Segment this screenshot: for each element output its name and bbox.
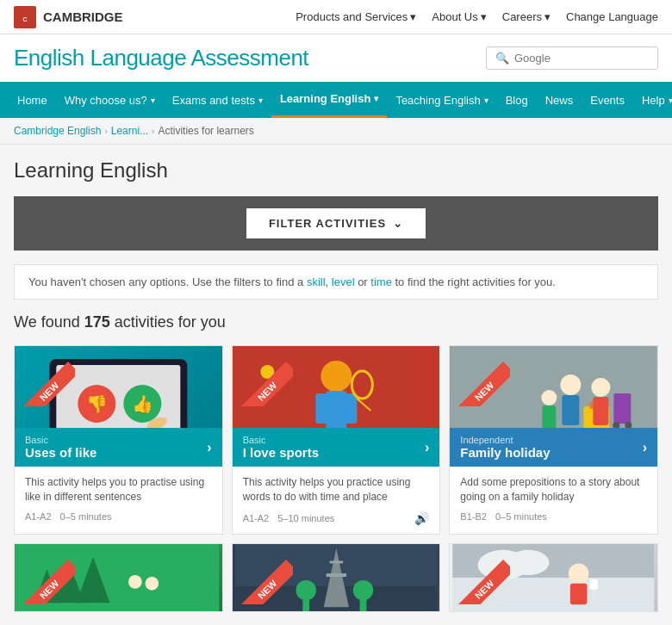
- card-time: 0–5 minutes: [60, 511, 112, 522]
- new-badge: NEW: [233, 346, 293, 406]
- top-nav-careers-label: Careers: [502, 10, 542, 23]
- nav-label-news: News: [545, 94, 574, 107]
- top-nav-language-label: Change Language: [566, 10, 658, 23]
- svg-point-10: [320, 361, 352, 392]
- logo[interactable]: C CAMBRIDGE: [14, 6, 123, 28]
- new-badge: NEW: [450, 346, 510, 406]
- svg-text:C: C: [22, 16, 27, 22]
- new-badge: NEW: [15, 346, 75, 406]
- filter-hint-skill-link[interactable]: skill: [307, 275, 326, 288]
- top-nav-about[interactable]: About Us ▾: [432, 10, 486, 23]
- search-bar[interactable]: 🔍: [486, 46, 658, 70]
- svg-text:👎: 👎: [86, 393, 108, 414]
- nav-item-why[interactable]: Why choose us? ▾: [56, 82, 164, 118]
- top-nav-products-label: Products and Services: [296, 10, 408, 23]
- nav-item-blog[interactable]: Blog: [497, 82, 537, 118]
- filter-hint: You haven't chosen any options. Use the …: [14, 264, 658, 300]
- svg-rect-41: [326, 573, 345, 577]
- new-badge: NEW: [450, 544, 510, 604]
- main-navigation: Home Why choose us? ▾ Exams and tests ▾ …: [0, 82, 672, 118]
- top-nav-language[interactable]: Change Language: [566, 10, 658, 23]
- top-nav-products[interactable]: Products and Services ▾: [296, 10, 416, 23]
- activity-card[interactable]: 👍 👎 NEW Basic Uses of like ›: [14, 345, 223, 535]
- breadcrumb-link-cambridge[interactable]: Cambridge English: [14, 125, 101, 137]
- svg-point-46: [352, 580, 372, 600]
- nav-item-home[interactable]: Home: [9, 82, 56, 118]
- card-level: Independent: [460, 435, 550, 445]
- search-input[interactable]: [514, 52, 652, 65]
- logo-text: CAMBRIDGE: [43, 9, 123, 24]
- svg-rect-52: [570, 583, 588, 603]
- card-arrow-icon: ›: [425, 440, 429, 455]
- page-heading: Learning English: [14, 158, 658, 183]
- card-image: NEW Basic I love sports ›: [233, 346, 440, 467]
- card-description: This activity helps you to practise usin…: [25, 475, 212, 504]
- chevron-down-icon: ▾: [669, 96, 672, 105]
- filter-hint-level-link[interactable]: level: [332, 275, 355, 288]
- top-nav-careers[interactable]: Careers ▾: [502, 10, 551, 23]
- card-level: Basic: [243, 435, 319, 445]
- card-level-range: A1-A2: [243, 513, 270, 523]
- nav-item-teaching[interactable]: Teaching English ▾: [387, 82, 496, 118]
- nav-label-learning: Learning English: [280, 92, 370, 105]
- nav-label-events: Events: [590, 94, 625, 107]
- chevron-down-icon: ▾: [544, 10, 551, 23]
- chevron-down-icon: ▾: [481, 10, 487, 23]
- nav-item-exams[interactable]: Exams and tests ▾: [164, 82, 271, 118]
- card-description: Add some prepositions to a story about g…: [460, 475, 647, 504]
- filter-activities-button[interactable]: FILTER ACTIVITIES ⌄: [246, 208, 426, 238]
- svg-rect-42: [329, 560, 343, 563]
- nav-item-learning[interactable]: Learning English ▾: [271, 82, 387, 118]
- breadcrumb-link-learning[interactable]: Learni...: [111, 125, 148, 137]
- filter-hint-text: You haven't chosen any options. Use the …: [28, 275, 556, 288]
- svg-point-51: [569, 563, 588, 583]
- nav-item-help[interactable]: Help ▾: [633, 82, 672, 118]
- nav-label-exams: Exams and tests: [172, 94, 255, 107]
- top-nav-about-label: About Us: [432, 10, 477, 23]
- activity-card-partial[interactable]: NEW: [449, 543, 658, 612]
- card-image: NEW Independent Family holiday ›: [450, 346, 657, 467]
- breadcrumb-separator: ›: [152, 127, 154, 136]
- chevron-down-icon: ▾: [258, 96, 263, 105]
- breadcrumb-current: Activities for learners: [158, 125, 253, 137]
- svg-point-25: [592, 378, 611, 397]
- results-text-post: activities for you: [110, 313, 226, 331]
- cambridge-logo-icon: C: [14, 6, 36, 28]
- card-description: This activity helps you practice using w…: [243, 475, 430, 504]
- svg-point-44: [296, 580, 315, 600]
- activity-cards-grid: 👍 👎 NEW Basic Uses of like ›: [14, 345, 658, 535]
- card-level-range: A1-A2: [25, 511, 52, 522]
- card-level: Basic: [25, 435, 96, 445]
- search-icon: 🔍: [495, 52, 509, 65]
- svg-point-23: [561, 374, 582, 395]
- nav-label-help: Help: [642, 94, 665, 107]
- svg-rect-26: [594, 397, 609, 425]
- svg-point-36: [128, 575, 142, 589]
- nav-item-events[interactable]: Events: [582, 82, 633, 118]
- card-title: Uses of like: [25, 445, 96, 460]
- chevron-down-icon: ▾: [151, 96, 155, 105]
- activity-card[interactable]: NEW Basic I love sports › This activity …: [232, 345, 441, 535]
- activity-card-partial[interactable]: NEW: [232, 543, 441, 612]
- chevron-down-icon: ▾: [484, 96, 488, 105]
- site-title: English Language Assessment: [14, 45, 308, 71]
- nav-item-news[interactable]: News: [537, 82, 582, 118]
- card-arrow-icon: ›: [643, 440, 647, 455]
- nav-label-teaching: Teaching English: [395, 94, 480, 107]
- card-time: 0–5 minutes: [495, 511, 547, 522]
- chevron-down-icon: ▾: [410, 10, 416, 23]
- nav-label-why: Why choose us?: [65, 94, 147, 107]
- top-nav-links: Products and Services ▾ About Us ▾ Caree…: [296, 10, 658, 23]
- card-level-range: B1-B2: [460, 511, 487, 522]
- activity-card[interactable]: NEW Independent Family holiday › Add som…: [449, 345, 658, 535]
- nav-label-home: Home: [17, 94, 47, 107]
- page-content: Learning English FILTER ACTIVITIES ⌄ You…: [0, 145, 672, 625]
- svg-point-37: [146, 577, 159, 591]
- filter-hint-time-link[interactable]: time: [370, 275, 392, 288]
- activity-card-partial[interactable]: NEW: [14, 543, 223, 612]
- new-badge: NEW: [233, 544, 293, 604]
- card-meta: A1-A2 0–5 minutes: [25, 511, 212, 522]
- card-label-bar: Independent Family holiday ›: [450, 428, 657, 467]
- nav-label-blog: Blog: [506, 94, 528, 107]
- bottom-cards-grid: NEW NEW: [14, 543, 658, 612]
